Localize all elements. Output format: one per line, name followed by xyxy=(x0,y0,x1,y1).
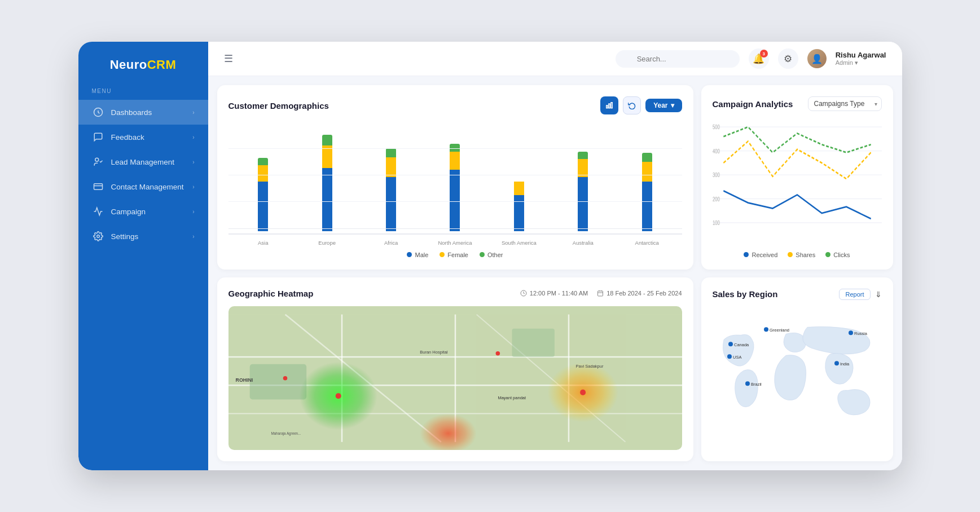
sales-title: Sales by Region xyxy=(713,289,778,299)
world-map-svg: Greenland Russia Canada USA India xyxy=(713,308,882,451)
campaign-legend: Received Shares Clicks xyxy=(713,251,882,258)
bar-label-south-america: South America xyxy=(490,237,548,246)
sidebar-item-contact-management[interactable]: Contact Management › xyxy=(78,174,208,199)
bar-group-asia xyxy=(234,158,292,231)
heatmap-svg: ROHINI Buran Hospital Pavi Sadakpur Maya… xyxy=(228,306,682,451)
bar-group-europe xyxy=(298,135,356,231)
india-dot xyxy=(834,361,839,365)
sidebar-item-dashboards-label: Dashboards xyxy=(111,108,152,117)
heatmap-time: 12:00 PM - 11:40 AM xyxy=(520,290,588,297)
svg-text:Brazil: Brazil xyxy=(751,382,762,387)
campaigns-type-select[interactable]: Campaigns Type Email SMS Push xyxy=(808,96,882,111)
chart-legend: Male Female Other xyxy=(228,251,682,258)
svg-text:ROHINI: ROHINI xyxy=(235,377,253,383)
sidebar: NeuroCRM MENU Dashboards › Feedback › Le… xyxy=(78,42,208,470)
bar-chart-icon-btn[interactable] xyxy=(600,96,618,114)
svg-text:Russia: Russia xyxy=(854,331,868,336)
russia-dot xyxy=(849,330,853,335)
customer-demographics-card: Customer Demographics Year ▾ xyxy=(217,85,693,270)
bar-label-africa: Africa xyxy=(362,237,420,246)
svg-text:100: 100 xyxy=(713,219,720,227)
geographic-heatmap-card: Geographic Heatmap 12:00 PM - 11:40 AM 1… xyxy=(217,277,693,462)
svg-rect-6 xyxy=(609,104,610,108)
svg-point-38 xyxy=(580,389,586,395)
sidebar-item-dashboards[interactable]: Dashboards › xyxy=(78,100,208,125)
campaign-line-chart: 100 200 300 400 500 xyxy=(713,119,882,247)
svg-rect-5 xyxy=(607,105,608,108)
svg-text:USA: USA xyxy=(733,355,741,360)
campaign-analytics-card: Campaign Analytics Campaigns Type Email … xyxy=(701,85,893,270)
svg-rect-33 xyxy=(512,328,554,356)
campaign-title: Campaign Analytics xyxy=(713,99,793,109)
world-map-area: Greenland Russia Canada USA India xyxy=(713,308,882,451)
bar-label-north-america: North America xyxy=(426,237,484,246)
search-input[interactable] xyxy=(616,50,740,68)
notification-button[interactable]: 🔔 3 xyxy=(749,48,769,69)
legend-received: Received xyxy=(744,251,777,258)
bar-group-africa xyxy=(362,148,420,231)
sidebar-item-settings-label: Settings xyxy=(111,232,139,241)
svg-text:Mayant pandat: Mayant pandat xyxy=(498,395,526,400)
legend-shares: Shares xyxy=(788,251,815,258)
chevron-right-icon: › xyxy=(192,233,194,240)
user-info: Rishu Agarwal Admin ▾ xyxy=(836,51,886,67)
bar-label-australia: Australia xyxy=(554,237,612,246)
bar-label-europe: Europe xyxy=(298,237,356,246)
menu-label: MENU xyxy=(78,88,208,94)
lead-icon xyxy=(92,156,104,168)
svg-point-39 xyxy=(283,376,287,380)
svg-rect-19 xyxy=(598,291,603,296)
sidebar-item-campaign[interactable]: Campaign › xyxy=(78,199,208,224)
logo-area: NeuroCRM xyxy=(78,58,208,72)
contact-icon xyxy=(92,180,104,193)
heatmap-date-range: 18 Feb 2024 - 25 Feb 2024 xyxy=(597,290,682,297)
avatar: 👤 xyxy=(807,49,827,68)
bar-group-south-america xyxy=(490,182,548,231)
chevron-right-icon: › xyxy=(192,159,194,165)
svg-text:200: 200 xyxy=(713,195,720,202)
svg-text:500: 500 xyxy=(713,123,720,131)
map-placeholder: ROHINI Buran Hospital Pavi Sadakpur Maya… xyxy=(228,306,682,451)
hamburger-icon[interactable]: ☰ xyxy=(224,52,233,65)
chevron-right-icon: › xyxy=(192,184,194,190)
clock-icon xyxy=(520,290,527,297)
greenland-dot xyxy=(764,327,768,332)
search-wrapper: 🔍 xyxy=(616,50,740,68)
logo: NeuroCRM xyxy=(90,58,197,72)
report-button[interactable]: Report xyxy=(839,289,870,300)
settings-button[interactable]: ⚙ xyxy=(778,48,798,69)
legend-other: Other xyxy=(480,251,503,258)
calendar-icon xyxy=(597,290,604,297)
bar-label-antarctica: Antarctica xyxy=(618,237,676,246)
sidebar-item-settings[interactable]: Settings › xyxy=(78,224,208,249)
heatmap-title: Geographic Heatmap xyxy=(228,289,314,298)
settings-icon xyxy=(92,230,104,242)
demographics-title: Customer Demographics xyxy=(228,101,329,111)
bar-group-north-america xyxy=(426,144,484,231)
brazil-dot xyxy=(745,381,750,386)
svg-point-1 xyxy=(95,158,98,161)
svg-text:Maharaja Agreen...: Maharaja Agreen... xyxy=(271,431,301,436)
card-header-heatmap: Geographic Heatmap 12:00 PM - 11:40 AM 1… xyxy=(228,289,682,298)
campaign-icon xyxy=(92,205,104,218)
sidebar-item-lead-label: Lead Management xyxy=(111,158,175,166)
svg-point-37 xyxy=(335,393,341,399)
card-header-sales: Sales by Region Report ⇓ xyxy=(713,289,882,300)
card-header-campaign: Campaign Analytics Campaigns Type Email … xyxy=(713,96,882,111)
bar-label-asia: Asia xyxy=(234,237,292,246)
demographics-controls: Year ▾ xyxy=(600,96,682,114)
bar-chart-area: AsiaEuropeAfricaNorth AmericaSouth Ameri… xyxy=(228,122,682,258)
canada-dot xyxy=(728,342,733,346)
year-button[interactable]: Year ▾ xyxy=(645,99,682,112)
svg-text:India: India xyxy=(840,361,850,367)
sidebar-item-lead-management[interactable]: Lead Management › xyxy=(78,149,208,174)
svg-rect-7 xyxy=(611,103,612,108)
svg-rect-2 xyxy=(94,184,102,190)
refresh-icon-btn[interactable] xyxy=(623,96,641,114)
gear-icon: ⚙ xyxy=(784,53,792,65)
svg-rect-32 xyxy=(249,364,306,399)
sidebar-item-feedback[interactable]: Feedback › xyxy=(78,125,208,149)
download-icon[interactable]: ⇓ xyxy=(875,290,882,299)
user-role: Admin ▾ xyxy=(836,59,886,67)
sidebar-item-contact-label: Contact Management xyxy=(111,183,184,191)
